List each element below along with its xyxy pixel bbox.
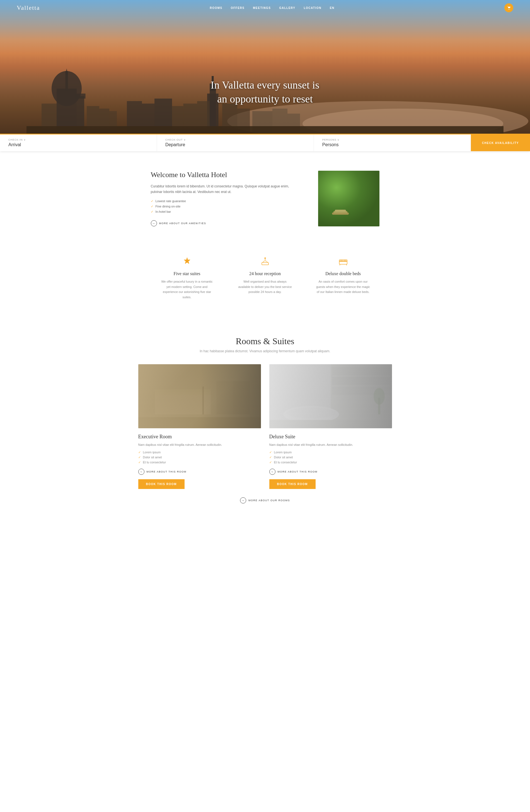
svg-rect-47 [138, 417, 261, 428]
checkin-value: Arrival [8, 142, 148, 147]
svg-rect-55 [332, 387, 391, 395]
welcome-body: Curabitur lobortis lorem id bibendum. Ut… [151, 184, 302, 195]
hero-text: In Valletta every sunset is an opportuni… [211, 78, 320, 106]
checkout-field[interactable]: CHECK-OUT ∨ Departure [157, 134, 314, 151]
welcome-text: Welcome to Valletta Hotel Curabitur lobo… [151, 171, 302, 227]
svg-rect-51 [269, 364, 331, 428]
checkout-value: Departure [165, 142, 305, 147]
deluxe-feature-2: Et tu consectetur [269, 461, 392, 464]
arrow-icon: → [269, 469, 276, 475]
check-availability-button[interactable]: CHECK AVAILABILITY [471, 134, 530, 151]
checkin-label: CHECK-IN ∨ [8, 139, 148, 141]
room-card-executive: Executive Room Nam dapibus nisl vitae el… [138, 364, 261, 489]
deluxe-room-desc: Nam dapibus nisl vitae elit fringilla ru… [269, 443, 392, 448]
navbar: Valletta ROOMS OFFERS MEETINGS GALLERY L… [0, 0, 530, 16]
persons-field[interactable]: PERSONS ∨ Persons [314, 134, 471, 151]
arrow-icon: → [138, 469, 144, 475]
svg-point-0 [508, 9, 509, 10]
svg-rect-46 [233, 381, 250, 414]
arrow-circle-icon: → [151, 220, 157, 227]
svg-rect-33 [262, 263, 268, 265]
executive-room-title: Executive Room [138, 434, 261, 440]
rooms-heading: Rooms & Suites [11, 336, 519, 346]
svg-rect-49 [203, 387, 204, 414]
svg-rect-29 [27, 126, 503, 134]
nav-link-gallery[interactable]: GALLERY [279, 6, 295, 10]
nav-link-offers[interactable]: OFFERS [231, 6, 245, 10]
executive-feature-1: Dolor sit amet [138, 455, 261, 459]
feature-1: 24 hour reception Well organised and thu… [237, 257, 293, 300]
bed-icon [315, 257, 371, 268]
svg-rect-44 [155, 389, 211, 395]
features-section: Five star suites We offer peaceful luxur… [0, 246, 530, 319]
deluxe-room-title: Deluxe Suite [269, 434, 392, 440]
room-card-deluxe: Deluxe Suite Nam dapibus nisl vitae elit… [269, 364, 392, 489]
feature-desc-1: Well organised and thus always available… [237, 279, 293, 295]
svg-rect-39 [344, 260, 346, 261]
svg-rect-48 [144, 398, 155, 417]
star-icon [159, 257, 215, 268]
nav-link-meetings[interactable]: MEETINGS [253, 6, 271, 10]
amenity-item-2: In-hotel bar [151, 210, 302, 214]
feature-title-2: Deluxe double beds [315, 271, 371, 276]
checkin-field[interactable]: CHECK-IN ∨ Arrival [0, 134, 157, 151]
deluxe-feature-1: Dolor sit amet [269, 455, 392, 459]
rooms-header: Rooms & Suites In hac habitasse platea d… [11, 336, 519, 353]
deluxe-feature-0: Lorem ipsum [269, 451, 392, 454]
nav-logo[interactable]: Valletta [17, 4, 40, 11]
svg-rect-45 [217, 381, 233, 414]
more-amenities-link[interactable]: → MORE ABOUT OUR AMENITIES [151, 220, 206, 227]
feature-desc-2: An oasis of comfort comes upon our guest… [315, 279, 371, 295]
amenity-item-1: Fine dining on-site [151, 205, 302, 208]
nav-link-location[interactable]: LOCATION [304, 6, 321, 10]
executive-room-desc: Nam dapibus nisl vitae elit fringilla ru… [138, 443, 261, 448]
rooms-subheading: In hac habitasse platea dictumst. Vivamu… [11, 349, 519, 353]
nav-link-rooms[interactable]: ROOMS [210, 6, 222, 10]
persons-value: Persons [322, 142, 462, 147]
welcome-section: Welcome to Valletta Hotel Curabitur lobo… [140, 171, 391, 227]
svg-rect-50 [269, 364, 392, 428]
persons-label: PERSONS ∨ [322, 139, 462, 141]
deluxe-book-button[interactable]: BOOK THIS ROOM [269, 479, 316, 489]
svg-point-1 [510, 9, 510, 10]
reception-icon [237, 257, 293, 268]
svg-point-57 [286, 407, 336, 419]
svg-rect-42 [138, 364, 261, 428]
svg-rect-43 [155, 392, 211, 414]
svg-point-56 [283, 406, 339, 423]
amenity-item-0: Lowest rate guarantee [151, 199, 302, 203]
svg-rect-32 [335, 210, 346, 212]
feature-0: Five star suites We offer peaceful luxur… [159, 257, 215, 300]
feature-title-0: Five star suites [159, 271, 215, 276]
deluxe-more-link[interactable]: → MORE ABOUT THIS ROOM [269, 469, 318, 475]
welcome-heading: Welcome to Valletta Hotel [151, 171, 302, 179]
nav-link-lang[interactable]: EN [330, 6, 335, 10]
arrow-circle-icon: → [240, 497, 246, 504]
svg-rect-60 [269, 420, 392, 428]
executive-room-image [138, 364, 261, 428]
svg-rect-52 [331, 364, 392, 428]
checkout-label: CHECK-OUT ∨ [165, 139, 305, 141]
executive-more-link[interactable]: → MORE ABOUT THIS ROOM [138, 469, 186, 475]
cart-button[interactable] [504, 3, 513, 12]
svg-rect-54 [332, 377, 391, 385]
more-rooms-link[interactable]: → MORE ABOUT OUR ROOMS [240, 497, 290, 504]
rooms-section: Rooms & Suites In hac habitasse platea d… [0, 319, 530, 537]
feature-desc-0: We offer peaceful luxury in a romantic y… [159, 279, 215, 300]
svg-rect-58 [378, 398, 380, 414]
svg-rect-38 [340, 260, 343, 261]
more-rooms-section: → MORE ABOUT OUR ROOMS [11, 489, 519, 520]
nav-links: ROOMS OFFERS MEETINGS GALLERY LOCATION E… [210, 6, 334, 10]
executive-book-button[interactable]: BOOK THIS ROOM [138, 479, 184, 489]
executive-feature-2: Et tu consectetur [138, 461, 261, 464]
rooms-grid: Executive Room Nam dapibus nisl vitae el… [131, 364, 399, 489]
deluxe-room-features: Lorem ipsum Dolor sit amet Et tu consect… [269, 451, 392, 464]
svg-point-59 [374, 388, 385, 405]
svg-rect-9 [75, 93, 86, 99]
amenity-list: Lowest rate guarantee Fine dining on-sit… [151, 199, 302, 214]
feature-title-1: 24 hour reception [237, 271, 293, 276]
deluxe-room-image [269, 364, 392, 428]
hero-headline: In Valletta every sunset is an opportuni… [211, 78, 320, 106]
booking-bar: CHECK-IN ∨ Arrival CHECK-OUT ∨ Departure… [0, 134, 530, 151]
svg-rect-53 [332, 367, 391, 375]
